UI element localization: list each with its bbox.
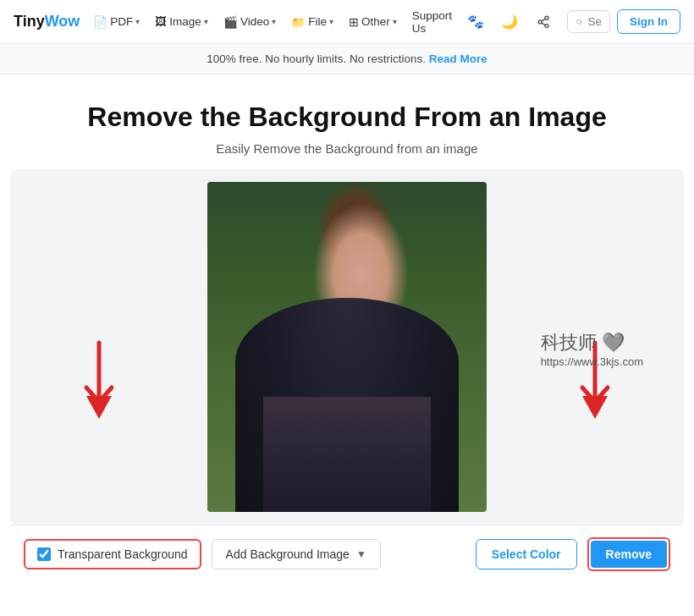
video-chevron-icon: ▾ xyxy=(272,17,276,26)
nav-item-other[interactable]: ⊞ Other ▾ xyxy=(342,10,404,34)
signin-button[interactable]: Sign In xyxy=(617,9,680,34)
content-wrapper: 科技师 🩶 https://www.3kjs.com xyxy=(0,169,694,583)
transparent-bg-checkbox[interactable] xyxy=(37,547,51,561)
logo-wow: Wow xyxy=(45,13,80,30)
share-icon-btn[interactable] xyxy=(530,8,557,36)
uploaded-image xyxy=(207,182,487,512)
pdf-icon: 📄 xyxy=(93,15,107,29)
search-icon xyxy=(576,16,582,28)
hero-section: Remove the Background From an Image Easi… xyxy=(0,74,694,169)
nav-menu: 📄 PDF ▾ 🖼 Image ▾ 🎬 Video ▾ 📁 File ▾ ⊞ O… xyxy=(86,4,459,40)
other-grid-icon: ⊞ xyxy=(349,15,359,29)
logo-tiny: Tiny xyxy=(14,13,45,30)
left-arrow-icon xyxy=(78,338,120,423)
image-icon: 🖼 xyxy=(155,15,167,28)
svg-line-4 xyxy=(542,19,546,21)
nav-item-file[interactable]: 📁 File ▾ xyxy=(284,10,340,34)
remove-btn-wrapper: Remove xyxy=(587,537,670,571)
nav-icons-right: 🐾 🌙 xyxy=(462,8,557,36)
image-preview-area xyxy=(10,169,684,525)
nav-item-pdf[interactable]: 📄 PDF ▾ xyxy=(86,10,146,34)
bottom-toolbar: Transparent Background Add Background Im… xyxy=(10,525,684,583)
add-background-image-button[interactable]: Add Background Image ▼ xyxy=(212,539,381,569)
file-icon: 📁 xyxy=(291,15,306,29)
right-arrow-icon xyxy=(574,338,616,423)
page-title: Remove the Background From an Image xyxy=(17,102,677,133)
profile-icon-btn[interactable]: 🐾 xyxy=(462,8,489,36)
svg-line-3 xyxy=(542,23,546,25)
transparent-bg-option[interactable]: Transparent Background xyxy=(24,539,201,569)
search-input[interactable] xyxy=(588,15,602,28)
navbar: Tiny Wow 📄 PDF ▾ 🖼 Image ▾ 🎬 Video ▾ 📁 F… xyxy=(0,0,694,44)
arrow-right xyxy=(574,338,616,423)
nav-image-label: Image xyxy=(169,15,201,28)
nav-item-video[interactable]: 🎬 Video ▾ xyxy=(217,10,283,34)
support-link[interactable]: Support Us xyxy=(405,4,459,40)
nav-other-label: Other xyxy=(361,15,390,28)
search-box[interactable] xyxy=(567,10,610,33)
photo-preview xyxy=(207,182,487,512)
add-bg-label: Add Background Image xyxy=(226,547,350,561)
nav-video-label: Video xyxy=(240,15,269,28)
remove-button[interactable]: Remove xyxy=(591,541,667,568)
banner-text: 100% free. No hourly limits. No restrict… xyxy=(207,52,426,65)
svg-line-6 xyxy=(581,23,581,24)
select-color-button[interactable]: Select Color xyxy=(476,539,577,569)
nav-item-image[interactable]: 🖼 Image ▾ xyxy=(148,10,215,33)
nav-file-label: File xyxy=(308,15,327,28)
logo[interactable]: Tiny Wow xyxy=(14,13,80,30)
read-more-link[interactable]: Read More xyxy=(429,52,487,65)
add-bg-chevron-icon: ▼ xyxy=(356,548,366,560)
darkmode-icon-btn[interactable]: 🌙 xyxy=(496,8,523,36)
promo-banner: 100% free. No hourly limits. No restrict… xyxy=(0,44,694,74)
file-chevron-icon: ▾ xyxy=(329,17,333,26)
svg-marker-7 xyxy=(86,396,112,419)
hero-subtitle: Easily Remove the Background from an ima… xyxy=(17,141,677,156)
pdf-chevron-icon: ▾ xyxy=(135,17,140,26)
other-chevron-icon: ▾ xyxy=(393,17,397,26)
svg-marker-8 xyxy=(582,396,608,419)
arrow-left xyxy=(78,338,120,423)
image-chevron-icon: ▾ xyxy=(204,17,208,26)
nav-pdf-label: PDF xyxy=(110,15,133,28)
video-icon: 🎬 xyxy=(223,15,238,29)
transparent-bg-label: Transparent Background xyxy=(58,547,188,561)
